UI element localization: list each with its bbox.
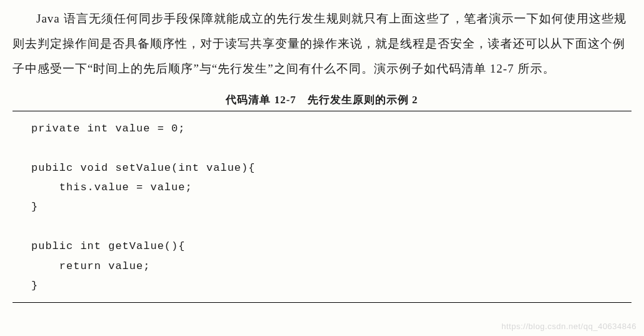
code-listing-body: private int value = 0; pubilc void setVa… <box>13 111 631 303</box>
watermark-text: https://blog.csdn.net/qq_40634846 <box>501 322 636 331</box>
body-paragraph: Java 语言无须任何同步手段保障就能成立的先行发生规则就只有上面这些了，笔者演… <box>13 6 631 81</box>
code-listing-title: 代码清单 12-7 先行发生原则的示例 2 <box>13 93 631 107</box>
